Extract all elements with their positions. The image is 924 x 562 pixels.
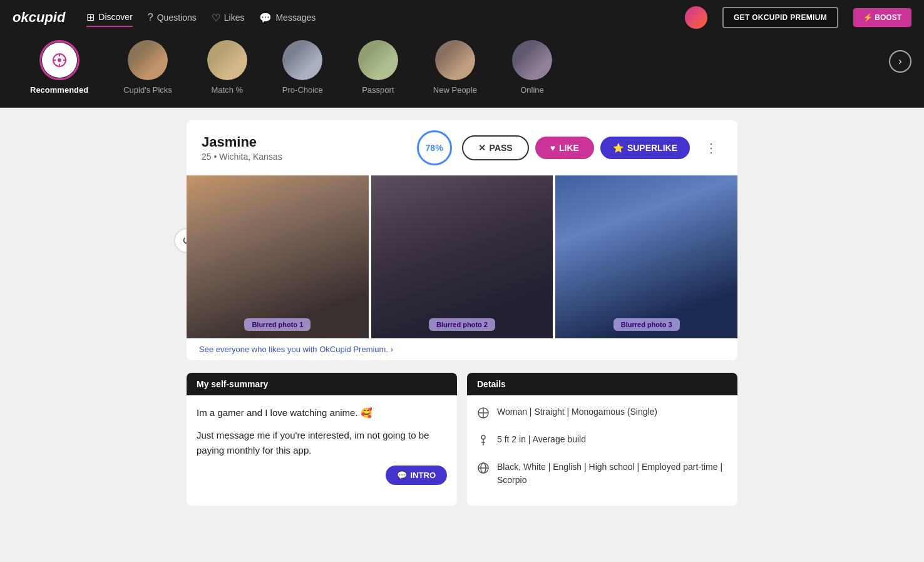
profile-name: Jasmine bbox=[202, 134, 407, 150]
match-percentage: 78% bbox=[417, 130, 452, 165]
top-navigation: okcupid ⊞ Discover ? Questions ♡ Likes 💬… bbox=[0, 0, 924, 35]
svg-point-1 bbox=[58, 58, 61, 62]
nav-discover[interactable]: ⊞ Discover bbox=[86, 9, 132, 27]
category-bar: Recommended Cupid's Picks Match % Pro-Ch… bbox=[0, 35, 924, 108]
passport-icon-wrap bbox=[358, 40, 398, 80]
superlike-icon: ⭐ bbox=[613, 143, 624, 153]
premium-promo[interactable]: See everyone who likes you with OkCupid … bbox=[187, 338, 737, 360]
pass-button[interactable]: ✕ PASS bbox=[462, 135, 529, 160]
category-online[interactable]: Online bbox=[495, 35, 570, 100]
logo[interactable]: okcupid bbox=[13, 9, 65, 26]
recommended-icon bbox=[42, 43, 77, 78]
self-summary-header: My self-summary bbox=[187, 373, 457, 395]
profile-age-location: 25 • Wichita, Kansas bbox=[202, 152, 407, 162]
category-passport[interactable]: Passport bbox=[341, 35, 416, 100]
action-buttons: ✕ PASS ♥ LIKE ⭐ SUPERLIKE bbox=[462, 135, 690, 160]
premium-button[interactable]: GET OKCUPID PREMIUM bbox=[722, 7, 838, 28]
questions-icon: ? bbox=[148, 12, 153, 23]
photos-row: Blurred photo 1 Blurred photo 2 Blurred … bbox=[187, 175, 737, 338]
category-match[interactable]: Match % bbox=[190, 35, 265, 100]
online-icon-wrap bbox=[512, 40, 552, 80]
category-cupids-picks[interactable]: Cupid's Picks bbox=[106, 35, 190, 100]
details-body: Woman | Straight | Monogamous (Single) 5… bbox=[467, 395, 737, 506]
next-category-button[interactable]: › bbox=[889, 50, 911, 73]
like-button[interactable]: ♥ LIKE bbox=[535, 137, 594, 159]
info-row: My self-summary Im a gamer and I love wa… bbox=[187, 373, 737, 506]
category-new-people[interactable]: New People bbox=[416, 35, 495, 100]
self-summary-box: My self-summary Im a gamer and I love wa… bbox=[187, 373, 457, 506]
detail-row-0: Woman | Straight | Monogamous (Single) bbox=[477, 405, 727, 424]
x-icon: ✕ bbox=[478, 143, 486, 153]
self-summary-body: Im a gamer and I love watching anime. 🥰 … bbox=[187, 395, 457, 495]
nav-messages[interactable]: 💬 Messages bbox=[259, 9, 316, 26]
profile-photo-3[interactable]: Blurred photo 3 bbox=[555, 175, 737, 338]
globe-icon bbox=[477, 462, 490, 479]
intro-button[interactable]: 💬 INTRO bbox=[386, 466, 447, 485]
detail-row-2: Black, White | English | High school | E… bbox=[477, 461, 727, 487]
message-icon: 💬 bbox=[397, 471, 407, 480]
profile-card: ↺ Jasmine 25 • Wichita, Kansas 78% ✕ PAS… bbox=[187, 120, 737, 360]
summary-text-1: Im a gamer and I love watching anime. 🥰 bbox=[197, 405, 447, 420]
user-avatar[interactable] bbox=[685, 6, 707, 29]
match-icon-wrap bbox=[207, 40, 247, 80]
recommended-icon-wrap bbox=[39, 40, 80, 80]
category-pro-choice[interactable]: Pro-Choice bbox=[265, 35, 341, 100]
messages-icon: 💬 bbox=[259, 12, 272, 24]
photo-badge-3: Blurred photo 3 bbox=[613, 318, 680, 331]
nav-likes[interactable]: ♡ Likes bbox=[212, 9, 245, 26]
boost-button[interactable]: ⚡ BOOST bbox=[853, 8, 911, 27]
photo-badge-1: Blurred photo 1 bbox=[244, 318, 311, 331]
summary-text-2: Just message me if you're interested, im… bbox=[197, 428, 447, 458]
profile-photo-2[interactable]: Blurred photo 2 bbox=[371, 175, 553, 338]
discover-icon: ⊞ bbox=[86, 11, 95, 23]
detail-row-1: 5 ft 2 in | Average build bbox=[477, 433, 727, 452]
profile-photo-1[interactable]: Blurred photo 1 bbox=[187, 175, 369, 338]
profile-name-section: Jasmine 25 • Wichita, Kansas bbox=[202, 134, 407, 162]
main-content: ↺ Jasmine 25 • Wichita, Kansas 78% ✕ PAS… bbox=[174, 108, 750, 531]
nav-questions[interactable]: ? Questions bbox=[148, 9, 197, 26]
cupids-picks-icon-wrap bbox=[128, 40, 168, 80]
details-box: Details Woman | Straight | Monogamous (S… bbox=[467, 373, 737, 506]
photo-badge-2: Blurred photo 2 bbox=[429, 318, 495, 331]
more-options-button[interactable]: ⋮ bbox=[700, 138, 722, 158]
details-header: Details bbox=[467, 373, 737, 395]
category-recommended[interactable]: Recommended bbox=[13, 35, 106, 100]
profile-header: Jasmine 25 • Wichita, Kansas 78% ✕ PASS … bbox=[187, 120, 737, 175]
likes-icon: ♡ bbox=[212, 12, 220, 24]
svg-point-9 bbox=[481, 435, 485, 439]
superlike-button[interactable]: ⭐ SUPERLIKE bbox=[600, 137, 690, 159]
new-people-icon-wrap bbox=[435, 40, 475, 80]
height-icon bbox=[477, 434, 490, 452]
gender-icon bbox=[477, 407, 490, 424]
pro-choice-icon-wrap bbox=[282, 40, 322, 80]
heart-icon: ♥ bbox=[550, 143, 555, 153]
